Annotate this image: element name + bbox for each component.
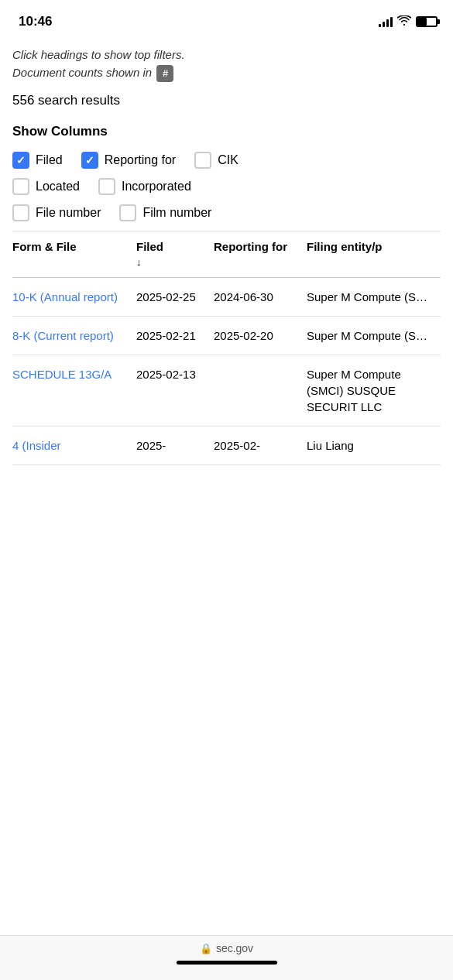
bottom-bar: 🔒 sec.gov: [0, 935, 453, 980]
checkbox-incorporated-box[interactable]: [98, 178, 115, 195]
checkbox-filed-label: Filed: [36, 153, 63, 167]
th-filing-entity[interactable]: Filing entity/p: [307, 239, 441, 269]
checkbox-filed[interactable]: Filed: [12, 152, 63, 169]
filing-entity-1: Super M Compute (SMCI): [307, 327, 441, 344]
lock-icon: 🔒: [200, 943, 212, 954]
form-file-link-2[interactable]: SCHEDULE 13G/A: [12, 366, 136, 382]
filing-entity-2: Super M Compute (SMCI) SUSQUE SECURIT LL…: [307, 366, 441, 415]
columns-row-2: Located Incorporated: [12, 178, 441, 195]
checkbox-file-number-label: File number: [36, 206, 101, 220]
checkbox-located-label: Located: [36, 180, 80, 194]
table-header: Form & File Filed ↓ Reporting for Filing…: [12, 231, 441, 278]
filed-date-1: 2025-02-21: [136, 327, 214, 344]
sort-arrow: ↓: [136, 256, 142, 268]
home-indicator[interactable]: [177, 961, 277, 965]
checkbox-film-number-label: Film number: [142, 206, 211, 220]
table-row: 4 (Insider 2025- 2025-02- Liu Liang: [12, 427, 441, 465]
search-results-count: 556 search results: [12, 93, 441, 108]
columns-row-3: File number Film number: [12, 204, 441, 221]
table-row: 8-K (Current report) 2025-02-21 2025-02-…: [12, 317, 441, 355]
url-bar: 🔒 sec.gov: [200, 942, 253, 954]
wifi-icon: [397, 15, 411, 29]
show-columns-title: Show Columns: [12, 124, 441, 139]
checkbox-film-number-box[interactable]: [119, 204, 136, 221]
status-bar: 10:46: [0, 0, 453, 39]
checkbox-located[interactable]: Located: [12, 178, 80, 195]
filed-date-0: 2025-02-25: [136, 289, 214, 305]
battery-icon: [416, 16, 438, 27]
checkbox-located-box[interactable]: [12, 178, 29, 195]
columns-row-1: Filed Reporting for CIK: [12, 152, 441, 169]
th-reporting-for[interactable]: Reporting for: [214, 239, 307, 269]
filed-date-2: 2025-02-13: [136, 366, 214, 382]
checkbox-cik-label: CIK: [218, 153, 239, 167]
form-file-link-3[interactable]: 4 (Insider: [12, 437, 136, 454]
url-text: sec.gov: [216, 942, 253, 954]
form-file-link-0[interactable]: 10-K (Annual report): [12, 289, 136, 305]
status-icons: [379, 15, 438, 29]
checkbox-film-number[interactable]: Film number: [119, 204, 211, 221]
checkbox-file-number-box[interactable]: [12, 204, 29, 221]
checkbox-reporting-for[interactable]: Reporting for: [81, 152, 177, 169]
hash-badge: #: [156, 65, 173, 82]
checkbox-incorporated-label: Incorporated: [122, 180, 191, 194]
reporting-for-date-1: 2025-02-20: [214, 327, 307, 344]
hint-text: Click headings to show top filters. Docu…: [12, 46, 441, 82]
signal-icon: [379, 16, 393, 27]
checkbox-file-number[interactable]: File number: [12, 204, 101, 221]
status-time: 10:46: [19, 14, 52, 29]
checkbox-reporting-for-box[interactable]: [81, 152, 98, 169]
filed-date-3: 2025-: [136, 437, 214, 454]
results-table: Form & File Filed ↓ Reporting for Filing…: [12, 231, 441, 465]
table-row: SCHEDULE 13G/A 2025-02-13 Super M Comput…: [12, 355, 441, 427]
checkbox-reporting-for-label: Reporting for: [105, 153, 177, 167]
checkbox-incorporated[interactable]: Incorporated: [98, 178, 191, 195]
checkbox-filed-box[interactable]: [12, 152, 29, 169]
checkbox-cik-box[interactable]: [194, 152, 211, 169]
filing-entity-0: Super M Compute (SMCI): [307, 289, 441, 305]
filing-entity-3: Liu Liang: [307, 437, 441, 454]
form-file-link-1[interactable]: 8-K (Current report): [12, 327, 136, 344]
main-content: Click headings to show top filters. Docu…: [0, 39, 453, 465]
reporting-for-date-3: 2025-02-: [214, 437, 307, 454]
th-filed[interactable]: Filed ↓: [136, 239, 214, 269]
checkbox-cik[interactable]: CIK: [194, 152, 239, 169]
table-row: 10-K (Annual report) 2025-02-25 2024-06-…: [12, 278, 441, 317]
reporting-for-date-0: 2024-06-30: [214, 289, 307, 305]
th-form-file[interactable]: Form & File: [12, 239, 136, 269]
